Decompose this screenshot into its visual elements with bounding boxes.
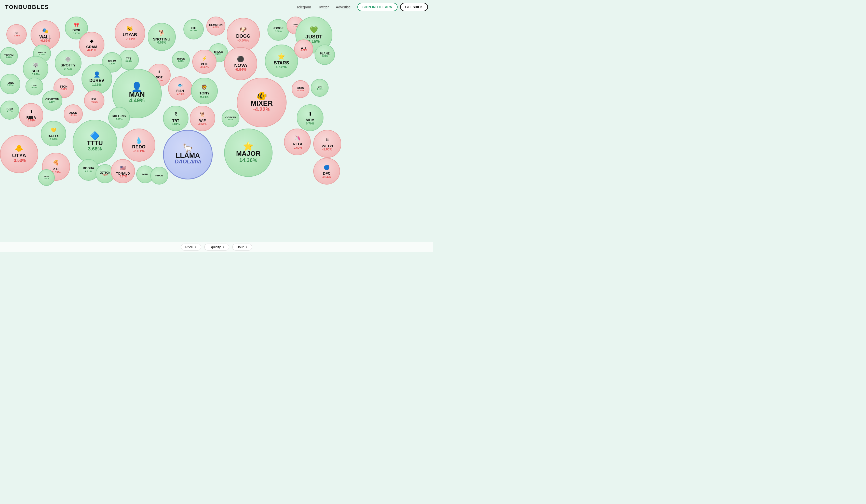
- dfc-name: DFC: [323, 172, 330, 175]
- bubble-gram[interactable]: ◆GRAM-0.41%: [79, 32, 104, 57]
- snotinu-pct: 0.69%: [157, 41, 166, 44]
- jdoge-name: JDOGE: [273, 27, 284, 30]
- tony-pct: 0.64%: [200, 95, 209, 99]
- wall-pct: -0.67%: [40, 39, 50, 43]
- bubble-balls[interactable]: 💛BALLS0.40%: [41, 121, 66, 146]
- bubble-reba[interactable]: ⬆REBA-0.52%: [19, 103, 43, 127]
- bubble-piton[interactable]: PITON: [150, 167, 168, 185]
- bubble-durev[interactable]: 👤DUREV1.16%: [81, 64, 112, 94]
- booba-name: BOOBA: [83, 167, 94, 170]
- jusdt-icon: 💚: [310, 26, 318, 34]
- utya-icon: 🐥: [15, 145, 23, 152]
- filter-price[interactable]: Price ▼: [181, 244, 201, 251]
- bubble-fish[interactable]: 🐟FISH-0.46%: [168, 76, 192, 101]
- bubble-sp[interactable]: SP-0.83%: [7, 24, 27, 45]
- bubble-pxl[interactable]: PXL-0.21%: [84, 90, 104, 111]
- bubble-mixer[interactable]: 🐠MIXER-4.22%: [237, 78, 287, 127]
- nav-telegram[interactable]: Telegram: [297, 5, 311, 9]
- bubble-llama[interactable]: 🦙LLAMADAOLama: [163, 130, 213, 180]
- man-name: MAN: [129, 91, 145, 98]
- tttu-name: TTTU: [87, 140, 103, 146]
- bubble-utyab[interactable]: 🐱UTYAB-0.71%: [115, 18, 145, 48]
- nova-pct: -0.94%: [235, 68, 246, 72]
- bubble-trt[interactable]: 🎖TRT0.81%: [163, 106, 188, 131]
- bubble-utya[interactable]: 🐥UTYA-3.53%: [0, 135, 38, 173]
- tong-pct: 0.43%: [7, 84, 13, 87]
- bubble-mem[interactable]: ⬆MEM0.70%: [297, 104, 323, 131]
- trt-name: TRT: [172, 119, 179, 123]
- mem-icon: ⬆: [307, 111, 314, 118]
- signin-button[interactable]: SIGN IN TO EARN: [357, 3, 398, 11]
- balls-icon: 💛: [50, 126, 57, 134]
- bubble-dogg[interactable]: 🐶DOGG-0.64%: [227, 18, 260, 51]
- bubble-anon[interactable]: ANON-0.10%: [64, 104, 83, 124]
- bubble-stars[interactable]: ⭐STARS0.98%: [265, 45, 298, 78]
- bubble-wif[interactable]: 🐕WIF-0.61%: [190, 106, 215, 131]
- bubble-punk[interactable]: PUNK0.17%: [0, 101, 19, 119]
- tpet-pct: 0.12%: [32, 87, 37, 89]
- filter-hour[interactable]: Hour ▼: [232, 244, 252, 251]
- dfc-pct: -0.56%: [322, 175, 331, 179]
- dogg-pct: -0.64%: [237, 38, 249, 43]
- stars-icon: ⭐: [278, 53, 285, 60]
- piton-name: PITON: [155, 174, 163, 177]
- regi-icon: 🦄: [294, 135, 301, 142]
- bubble-snotinu[interactable]: 🐕$NOTINU0.69%: [148, 23, 176, 51]
- durev-pct: 1.16%: [92, 83, 101, 87]
- bubble-regi[interactable]: 🦄REGI-0.60%: [284, 128, 311, 155]
- dogg-name: DOGG: [236, 34, 251, 38]
- bubble-mittens[interactable]: MITTENS0.18%: [108, 107, 130, 128]
- bubble-hif[interactable]: HIF0.33%: [184, 19, 204, 39]
- bubble-gemston[interactable]: GEMSTON-0.05%: [206, 16, 225, 36]
- getdick-button[interactable]: GET $DICK: [400, 3, 428, 11]
- utya-name: UTYA: [12, 153, 26, 158]
- bubble-tston[interactable]: TSTON0.03%: [172, 51, 190, 69]
- bubble-web3[interactable]: ≋WEB3-1.00%: [313, 130, 341, 158]
- bubble-spotty[interactable]: 🐺SPOTTY0.71%: [55, 50, 81, 76]
- bubble-btc25[interactable]: @BTC250.02%: [222, 110, 240, 127]
- bubble-tpet[interactable]: TPET0.12%: [25, 78, 43, 95]
- filter-liquidity[interactable]: Liquidity ▼: [204, 244, 229, 251]
- jusdt-name: JUSDT: [306, 34, 322, 39]
- man-pct: 4.49%: [129, 98, 145, 104]
- jdoge-pct: 0.39%: [275, 30, 282, 33]
- redo-pct: -2.01%: [133, 149, 144, 153]
- chevron-down-icon: ▼: [195, 245, 197, 249]
- poe-pct: -0.45%: [200, 66, 209, 68]
- meh-pct: 0.00%: [44, 178, 49, 180]
- poe-name: POE: [201, 62, 208, 66]
- bubble-tgram[interactable]: TGRAM0.01%: [0, 47, 18, 65]
- poe-icon: ⚡: [201, 55, 208, 62]
- dick-name: DICK: [73, 29, 80, 32]
- bubble-gh[interactable]: GH0.40%: [311, 79, 329, 97]
- nav-twitter[interactable]: Twitter: [318, 5, 329, 9]
- tonald-name: TONALD: [116, 172, 130, 175]
- bubble-jdoge[interactable]: JDOGE0.39%: [267, 19, 289, 41]
- bubble-tong[interactable]: TONG0.43%: [0, 74, 20, 94]
- bubble-major[interactable]: ⭐MAJOR14.36%: [224, 128, 273, 177]
- wtf-name: WTF: [301, 47, 307, 49]
- gram-name: GRAM: [86, 45, 97, 49]
- bubble-nova[interactable]: ⚫NOVA-0.94%: [224, 47, 257, 80]
- stars-name: STARS: [274, 60, 289, 65]
- bubble-tsb[interactable]: $TSB-0.05%: [292, 80, 310, 98]
- bubble-tonald[interactable]: 🇺🇸TONALD-0.67%: [111, 159, 135, 183]
- bubble-redo[interactable]: 💧REDO-2.01%: [122, 128, 155, 162]
- bubble-tttu[interactable]: 🔷TTTU3.68%: [73, 119, 117, 164]
- bubble-poe[interactable]: ⚡POE-0.45%: [192, 50, 216, 74]
- llama-pct: DAOLama: [175, 159, 201, 165]
- fish-pct: -0.46%: [176, 92, 185, 95]
- bubble-dfc[interactable]: 🔵DFC-0.56%: [313, 158, 340, 185]
- bubble-wtf[interactable]: WTF-0.07%: [294, 39, 313, 59]
- nav-advertise[interactable]: Advertise: [336, 5, 351, 9]
- ptj-icon: 🍕: [53, 159, 59, 167]
- bubble-crypton[interactable]: CRYPTON0.19%: [42, 90, 63, 111]
- utyab-name: UTYAB: [123, 33, 137, 37]
- shit-pct: 0.64%: [32, 73, 40, 76]
- bubble-tony[interactable]: 🦁TONY0.64%: [191, 78, 218, 104]
- bubble-meh[interactable]: MEH0.00%: [38, 169, 55, 186]
- llama-icon: 🦙: [184, 144, 191, 151]
- not-icon: ⬆: [156, 68, 163, 75]
- bubble-plane[interactable]: PLANE0.23%: [314, 45, 335, 65]
- sp-pct: -0.83%: [13, 35, 20, 37]
